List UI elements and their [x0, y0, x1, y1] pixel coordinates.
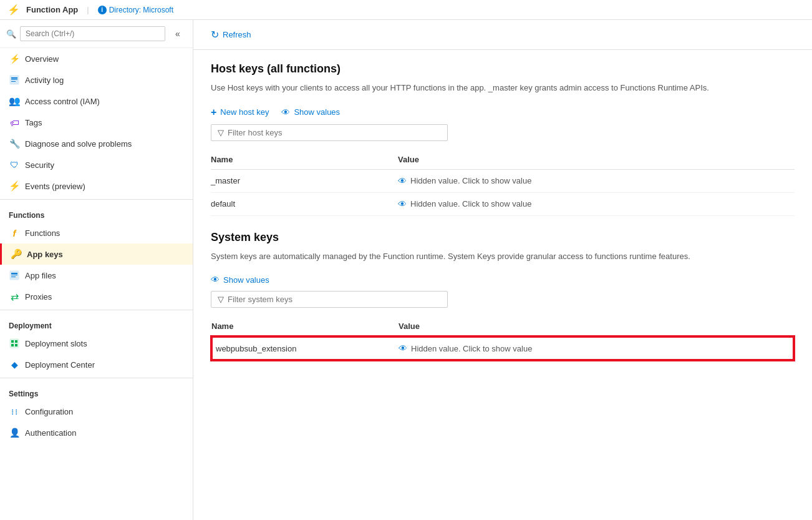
- host-keys-show-values-link[interactable]: 👁 Show values: [281, 107, 340, 117]
- directory-info: i Directory: Microsoft: [98, 6, 173, 14]
- deployment-slots-label: Deployment slots: [25, 339, 87, 348]
- master-key-value[interactable]: 👁 Hidden value. Click to show value: [398, 169, 795, 192]
- svg-rect-7: [11, 277, 16, 277]
- plus-icon: +: [211, 107, 216, 118]
- sidebar-item-app-files[interactable]: App files: [0, 265, 193, 286]
- svg-rect-5: [11, 273, 17, 274]
- sidebar-item-authentication[interactable]: 👤 Authentication: [0, 422, 193, 443]
- sidebar-item-diagnose[interactable]: 🔧 Diagnose and solve problems: [0, 133, 193, 154]
- sidebar-item-events[interactable]: ⚡ Events (preview): [0, 175, 193, 197]
- activity-log-icon: [9, 74, 20, 86]
- refresh-icon: ↻: [211, 29, 219, 41]
- eye-icon-webpubsub: 👁: [399, 343, 407, 353]
- host-keys-desc: Use Host keys with your clients to acces…: [211, 82, 795, 94]
- sidebar-item-deployment-slots[interactable]: Deployment slots: [0, 333, 193, 354]
- refresh-button[interactable]: ↻ Refresh: [203, 25, 259, 44]
- host-name-header: Name: [211, 151, 398, 170]
- deployment-center-icon: ◆: [9, 359, 20, 370]
- access-control-label: Access control (IAM): [25, 97, 100, 106]
- sidebar-item-deployment-center[interactable]: ◆ Deployment Center: [0, 354, 193, 375]
- webpubsub-key-value[interactable]: 👁 Hidden value. Click to show value: [399, 336, 794, 360]
- sidebar-search-bar[interactable]: 🔍 «: [0, 20, 193, 48]
- svg-rect-12: [15, 344, 17, 346]
- sidebar-nav: ⚡ Overview Activity log 👥 Access control…: [0, 48, 193, 520]
- eye-icon-default: 👁: [398, 199, 407, 209]
- sidebar-item-configuration[interactable]: ⫶⫶ Configuration: [0, 401, 193, 422]
- overview-label: Overview: [25, 54, 59, 64]
- host-keys-filter-input-box[interactable]: ▽: [211, 124, 448, 141]
- host-keys-table: Name Value _master 👁 Hidden value. Click…: [211, 151, 795, 216]
- settings-divider: [0, 378, 193, 378]
- host-keys-show-values-label: Show values: [294, 107, 340, 117]
- eye-icon-system: 👁: [211, 275, 220, 285]
- refresh-label: Refresh: [223, 30, 251, 39]
- system-keys-title: System keys: [211, 231, 795, 244]
- collapse-sidebar-button[interactable]: «: [169, 25, 186, 42]
- system-keys-filter-input-box[interactable]: ▽: [211, 291, 448, 308]
- app-keys-label: App keys: [27, 250, 63, 259]
- configuration-label: Configuration: [25, 407, 73, 416]
- sidebar-item-functions[interactable]: f Functions: [0, 222, 193, 243]
- svg-rect-3: [11, 81, 16, 82]
- functions-label: Functions: [25, 228, 60, 238]
- system-keys-action-row: 👁 Show values: [211, 275, 795, 285]
- activity-log-label: Activity log: [25, 76, 64, 85]
- events-icon: ⚡: [9, 180, 20, 192]
- eye-icon-master: 👁: [398, 176, 407, 186]
- sidebar-item-access-control[interactable]: 👥 Access control (IAM): [0, 91, 193, 112]
- system-keys-table: Name Value webpubsub_extension 👁 Hidden …: [211, 318, 795, 361]
- system-keys-desc: System keys are automatically managed by…: [211, 250, 795, 263]
- search-icon: 🔍: [6, 29, 16, 39]
- system-filter-icon: ▽: [218, 295, 224, 304]
- authentication-label: Authentication: [25, 428, 76, 438]
- host-keys-title: Host keys (all functions): [211, 62, 795, 76]
- svg-rect-9: [11, 340, 14, 343]
- sidebar: 🔍 « ⚡ Overview Activity log 👥 Access con…: [0, 20, 193, 520]
- deployment-section-header: Deployment: [0, 313, 193, 333]
- app-files-icon: [9, 270, 20, 281]
- proxies-label: Proxies: [25, 292, 52, 302]
- host-keys-section: Host keys (all functions) Use Host keys …: [211, 62, 795, 216]
- host-keys-filter-input[interactable]: [228, 128, 441, 137]
- sidebar-item-activity-log[interactable]: Activity log: [0, 69, 193, 91]
- security-label: Security: [25, 160, 54, 170]
- top-bar: ⚡ Function App | i Directory: Microsoft: [0, 0, 812, 20]
- host-filter-icon: ▽: [218, 128, 224, 137]
- default-key-value-text: Hidden value. Click to show value: [410, 199, 531, 208]
- top-bar-separator: |: [87, 5, 89, 14]
- default-key-name: default: [211, 192, 398, 215]
- configuration-icon: ⫶⫶: [9, 406, 20, 417]
- sidebar-item-proxies[interactable]: ⇄ Proxies: [0, 286, 193, 307]
- sidebar-item-tags[interactable]: 🏷 Tags: [0, 112, 193, 133]
- diagnose-icon: 🔧: [9, 138, 20, 149]
- events-label: Events (preview): [25, 182, 85, 191]
- system-value-header: Value: [399, 318, 794, 336]
- system-name-header: Name: [211, 318, 399, 336]
- system-keys-filter-wrap: ▽: [211, 291, 795, 308]
- system-keys-filter-input[interactable]: [228, 295, 441, 304]
- app-files-label: App files: [25, 271, 56, 280]
- master-key-name: _master: [211, 169, 398, 192]
- system-keys-show-values-link[interactable]: 👁 Show values: [211, 275, 269, 285]
- svg-rect-1: [11, 77, 17, 79]
- system-keys-section: System keys System keys are automaticall…: [211, 231, 795, 361]
- sidebar-item-overview[interactable]: ⚡ Overview: [0, 48, 193, 69]
- svg-rect-10: [15, 340, 17, 343]
- authentication-icon: 👤: [9, 427, 20, 438]
- sidebar-item-app-keys[interactable]: 🔑 App keys: [0, 243, 193, 265]
- table-row: default 👁 Hidden value. Click to show va…: [211, 192, 795, 215]
- deployment-divider: [0, 310, 193, 310]
- content-inner: Host keys (all functions) Use Host keys …: [193, 50, 812, 388]
- sidebar-item-security[interactable]: 🛡 Security: [0, 154, 193, 175]
- info-icon: i: [98, 6, 107, 14]
- search-input[interactable]: [20, 26, 165, 41]
- default-key-value[interactable]: 👁 Hidden value. Click to show value: [398, 192, 795, 215]
- webpubsub-key-value-text: Hidden value. Click to show value: [411, 344, 532, 353]
- eye-icon-host: 👁: [281, 107, 290, 117]
- app-keys-icon: 🔑: [11, 248, 22, 260]
- diagnose-label: Diagnose and solve problems: [25, 139, 132, 149]
- functions-section-header: Functions: [0, 202, 193, 222]
- new-host-key-link[interactable]: + New host key: [211, 107, 269, 118]
- tags-icon: 🏷: [9, 117, 20, 128]
- access-control-icon: 👥: [9, 96, 20, 107]
